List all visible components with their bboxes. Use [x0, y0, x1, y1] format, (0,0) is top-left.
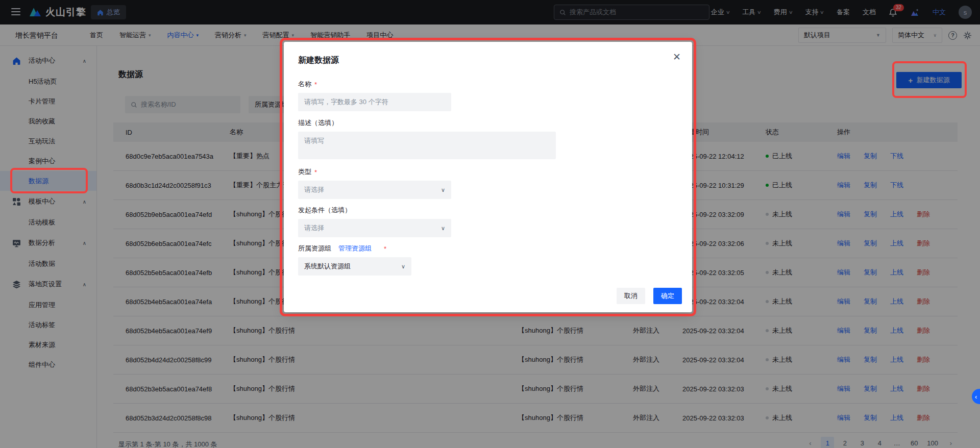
chevron-down-icon: ∨	[401, 263, 405, 270]
group-label: 所属资源组 管理资源组 *	[298, 244, 678, 253]
type-label: 类型*	[298, 167, 678, 177]
modal-body: 名称* 请填写，字数最多 30 个字符 描述（选填） 请填写 类型* 请选择 ∨…	[298, 71, 678, 276]
condition-label: 发起条件（选填）	[298, 206, 678, 215]
desc-label: 描述（选填）	[298, 118, 678, 128]
close-icon[interactable]: ✕	[673, 51, 681, 63]
condition-select[interactable]: 请选择 ∨	[298, 219, 451, 237]
resource-group-select[interactable]: 系统默认资源组 ∨	[298, 257, 411, 276]
modal-footer: 取消 确定	[284, 280, 692, 312]
chevron-down-icon: ∨	[441, 225, 445, 232]
type-select[interactable]: 请选择 ∨	[298, 181, 451, 199]
confirm-button[interactable]: 确定	[653, 288, 682, 304]
name-input[interactable]: 请填写，字数最多 30 个字符	[298, 93, 451, 111]
chevron-down-icon: ∨	[441, 187, 445, 193]
new-datasource-modal: 新建数据源 ✕ 名称* 请填写，字数最多 30 个字符 描述（选填） 请填写 类…	[284, 42, 692, 312]
modal-title: 新建数据源	[298, 55, 339, 66]
name-label: 名称*	[298, 80, 678, 89]
cancel-button[interactable]: 取消	[617, 288, 645, 304]
app-canvas: 火山引擎 总览 搜索产品或文档 企业∨工具∨费用∨支持∨备案文档 32	[0, 0, 980, 448]
desc-textarea[interactable]: 请填写	[298, 132, 556, 159]
manage-resource-group-link[interactable]: 管理资源组	[338, 244, 372, 253]
